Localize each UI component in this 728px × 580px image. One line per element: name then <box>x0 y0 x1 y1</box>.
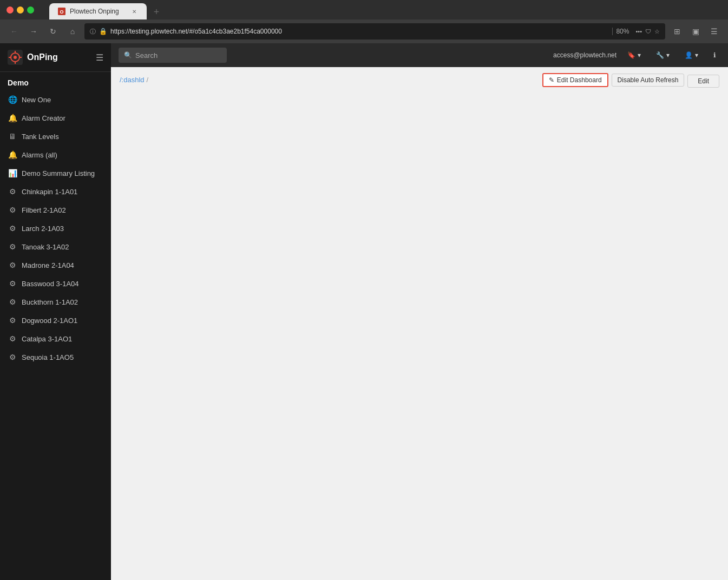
bookmark-dropdown-icon: ▾ <box>638 51 641 59</box>
page-content: /:dashld / ✎ Edit Dashboard Disable Auto… <box>111 67 728 580</box>
search-placeholder: Search <box>135 51 158 60</box>
sidebar-item-alarm-creator[interactable]: 🔔Alarm Creator <box>0 109 111 127</box>
back-btn[interactable]: ← <box>6 24 22 39</box>
disable-auto-refresh-button[interactable]: Disable Auto Refresh <box>612 74 685 87</box>
sidebar-items: 🌐New One🔔Alarm Creator🖥Tank Levels🔔Alarm… <box>0 90 111 366</box>
traffic-lights <box>6 6 34 14</box>
breadcrumb-link[interactable]: /:dashld <box>120 76 145 84</box>
sidebar-item-dogwood-2-1ao1[interactable]: ⚙Dogwood 2-1AO1 <box>0 311 111 329</box>
breadcrumb-separator: / <box>147 76 149 84</box>
tab-favicon: O <box>58 8 65 15</box>
larch-2-1a03-label: Larch 2-1A03 <box>22 225 64 233</box>
lock-icon: 🔒 <box>99 28 107 35</box>
new-tab-btn[interactable]: + <box>149 4 164 19</box>
menu-btn[interactable]: ☰ <box>706 24 722 39</box>
sidebar-item-tanoak-3-1a02[interactable]: ⚙Tanoak 3-1A02 <box>0 238 111 256</box>
svg-point-4 <box>14 56 17 59</box>
library-btn[interactable]: ⊞ <box>670 24 685 39</box>
app-container: OnPing ☰ Demo 🌐New One🔔Alarm Creator🖥Tan… <box>0 43 728 580</box>
sidebar: OnPing ☰ Demo 🌐New One🔔Alarm Creator🖥Tan… <box>0 43 111 580</box>
tools-dropdown-icon: ▾ <box>666 51 670 59</box>
madrone-2-1a04-icon: ⚙ <box>8 260 17 270</box>
info-btn[interactable]: ℹ <box>709 49 720 61</box>
app-topbar: 🔍 Search access@plowtech.net 🔖 ▾ 🔧 ▾ 👤 ▾… <box>111 43 728 67</box>
user-icon: 👤 <box>685 51 693 59</box>
sequoia-1-1ao5-icon: ⚙ <box>8 352 17 362</box>
search-icon: 🔍 <box>124 51 132 59</box>
sidebar-item-buckthorn-1-1a02[interactable]: ⚙Buckthorn 1-1A02 <box>0 293 111 311</box>
sidebar-app-title: OnPing <box>27 52 58 62</box>
alarm-creator-icon: 🔔 <box>8 113 17 123</box>
tools-btn[interactable]: 🔧 ▾ <box>652 49 674 61</box>
sidebar-menu-icon[interactable]: ☰ <box>96 52 103 63</box>
address-bar[interactable]: ⓘ 🔒 https://testing.plowtech.net/#/o5a1c… <box>84 23 665 39</box>
new-one-label: New One <box>22 96 51 104</box>
sidebar-item-catalpa-3-1ao1[interactable]: ⚙Catalpa 3-1AO1 <box>0 329 111 348</box>
sidebar-item-larch-2-1a03[interactable]: ⚙Larch 2-1A03 <box>0 219 111 238</box>
alarms-all-icon: 🔔 <box>8 150 17 160</box>
edit-button[interactable]: Edit <box>687 75 719 88</box>
app-logo <box>8 50 23 65</box>
shield-icon: 🛡 <box>645 28 651 35</box>
edit-dashboard-label: Edit Dashboard <box>557 76 602 84</box>
demo-summary-listing-label: Demo Summary Listing <box>22 169 95 177</box>
sidebar-item-sequoia-1-1ao5[interactable]: ⚙Sequoia 1-1AO5 <box>0 348 111 366</box>
edit-dashboard-button[interactable]: ✎ Edit Dashboard <box>542 73 608 87</box>
sidebar-item-basswood-3-1a04[interactable]: ⚙Basswood 3-1A04 <box>0 274 111 293</box>
browser-toolbar: ← → ↻ ⌂ ⓘ 🔒 https://testing.plowtech.net… <box>0 19 728 43</box>
close-traffic-light[interactable] <box>6 6 14 14</box>
catalpa-3-1ao1-icon: ⚙ <box>8 334 17 344</box>
active-tab[interactable]: O Plowtech Onping ✕ <box>49 3 147 19</box>
larch-2-1a03-icon: ⚙ <box>8 223 17 233</box>
home-btn[interactable]: ⌂ <box>65 24 80 39</box>
svg-text:O: O <box>60 9 63 15</box>
edit-dashboard-icon: ✎ <box>549 76 554 84</box>
bookmark-icon: 🔖 <box>627 51 635 59</box>
circle-info-icon: ℹ <box>713 51 716 59</box>
sidebar-item-new-one[interactable]: 🌐New One <box>0 90 111 109</box>
tank-levels-icon: 🖥 <box>8 131 17 141</box>
star-icon: ☆ <box>654 28 660 35</box>
more-icon: ••• <box>635 28 642 35</box>
search-bar[interactable]: 🔍 Search <box>119 48 227 63</box>
sidebar-toggle-btn[interactable]: ▣ <box>688 24 703 39</box>
forward-btn[interactable]: → <box>26 24 41 39</box>
tanoak-3-1a02-icon: ⚙ <box>8 242 17 252</box>
browser-tabs: O Plowtech Onping ✕ + <box>38 0 722 19</box>
user-dropdown-icon: ▾ <box>695 51 698 59</box>
buckthorn-1-1a02-label: Buckthorn 1-1A02 <box>22 298 78 306</box>
sequoia-1-1ao5-label: Sequoia 1-1AO5 <box>22 353 74 361</box>
chinkapin-1-1a01-label: Chinkapin 1-1A01 <box>22 188 77 196</box>
info-icon: ⓘ <box>90 28 96 36</box>
sidebar-item-alarms-all[interactable]: 🔔Alarms (all) <box>0 146 111 164</box>
tab-title: Plowtech Onping <box>70 8 119 15</box>
basswood-3-1a04-label: Basswood 3-1A04 <box>22 280 79 288</box>
filbert-2-1a02-icon: ⚙ <box>8 205 17 215</box>
dashboard-controls: ✎ Edit Dashboard Disable Auto Refresh Ed… <box>542 72 719 88</box>
sidebar-item-madrone-2-1a04[interactable]: ⚙Madrone 2-1A04 <box>0 256 111 274</box>
tank-levels-label: Tank Levels <box>22 133 59 141</box>
sidebar-header: OnPing ☰ <box>0 43 111 72</box>
tab-close-btn[interactable]: ✕ <box>130 8 138 15</box>
refresh-btn[interactable]: ↻ <box>45 24 61 39</box>
maximize-traffic-light[interactable] <box>27 6 34 14</box>
browser-chrome: O Plowtech Onping ✕ + ← → ↻ ⌂ ⓘ 🔒 https:… <box>0 0 728 43</box>
dogwood-2-1ao1-icon: ⚙ <box>8 315 17 325</box>
sidebar-item-demo-summary-listing[interactable]: 📊Demo Summary Listing <box>0 164 111 182</box>
bookmarks-btn[interactable]: 🔖 ▾ <box>623 49 645 61</box>
main-content: /:dashld / ✎ Edit Dashboard Disable Auto… <box>111 67 728 580</box>
buckthorn-1-1a02-icon: ⚙ <box>8 297 17 307</box>
sidebar-item-tank-levels[interactable]: 🖥Tank Levels <box>0 127 111 146</box>
zoom-level: 80% <box>612 28 632 35</box>
user-btn[interactable]: 👤 ▾ <box>680 49 703 61</box>
sidebar-item-filbert-2-1a02[interactable]: ⚙Filbert 2-1A02 <box>0 201 111 219</box>
sidebar-item-chinkapin-1-1a01[interactable]: ⚙Chinkapin 1-1A01 <box>0 182 111 201</box>
url-text: https://testing.plowtech.net/#/o5a1c4cb3… <box>110 28 609 35</box>
demo-summary-listing-icon: 📊 <box>8 168 17 178</box>
tanoak-3-1a02-label: Tanoak 3-1A02 <box>22 243 69 251</box>
minimize-traffic-light[interactable] <box>17 6 24 14</box>
toolbar-actions: ⊞ ▣ ☰ <box>670 24 722 39</box>
wrench-icon: 🔧 <box>656 51 664 59</box>
new-one-icon: 🌐 <box>8 95 17 104</box>
alarms-all-label: Alarms (all) <box>22 151 57 159</box>
